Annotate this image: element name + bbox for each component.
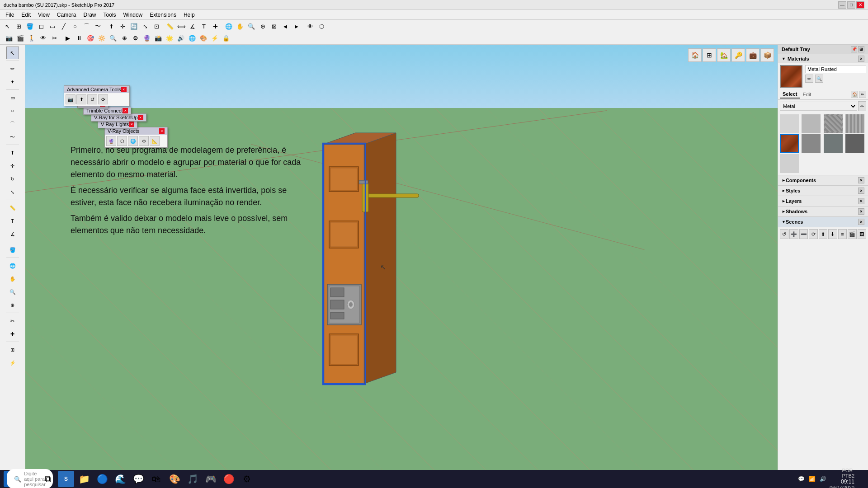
- acam-btn-4[interactable]: ⟳: [98, 94, 108, 104]
- menu-file[interactable]: File: [2, 11, 18, 19]
- scene-btn-video[interactable]: 🎬: [848, 229, 856, 239]
- lt-tape[interactable]: 📏: [6, 202, 19, 214]
- materials-section-title[interactable]: ▼ Materials ×: [778, 54, 868, 63]
- select-tab[interactable]: Select: [780, 90, 800, 99]
- layers-section-header[interactable]: ► Layers ×: [778, 196, 868, 206]
- scene-btn-remove[interactable]: ➖: [799, 229, 808, 239]
- tb-vray10[interactable]: 🌟: [164, 33, 175, 43]
- tb-hidden-geo[interactable]: 👁: [305, 21, 316, 32]
- mat-edit-btn[interactable]: ✏: [805, 75, 813, 83]
- swatch-6[interactable]: [802, 134, 821, 153]
- tb-move[interactable]: ✛: [117, 21, 128, 32]
- nav-case[interactable]: 💼: [746, 48, 760, 62]
- scene-btn-img[interactable]: 🖼: [858, 229, 866, 239]
- acam-btn-3[interactable]: ↺: [87, 94, 97, 104]
- menu-view[interactable]: View: [34, 11, 53, 19]
- tb-pushpull[interactable]: ⬆: [106, 21, 117, 32]
- styles-close[interactable]: ×: [858, 188, 864, 194]
- tb-vray7[interactable]: ⚙: [130, 33, 141, 43]
- minimize-button[interactable]: —: [838, 1, 846, 9]
- lt-move[interactable]: ✛: [6, 160, 19, 172]
- tb-vray12[interactable]: 🌐: [187, 33, 198, 43]
- taskbar-show-desktop[interactable]: [860, 471, 864, 487]
- lt-zoom[interactable]: 🔍: [6, 286, 19, 298]
- taskbar-edge[interactable]: 🌊: [112, 471, 128, 487]
- vray-lights-title[interactable]: V-Ray Lights ×: [98, 121, 137, 128]
- lt-axes[interactable]: ✚: [6, 328, 19, 340]
- taskbar-chrome[interactable]: 🔵: [94, 471, 110, 487]
- acam-btn-2[interactable]: ⬆: [76, 94, 86, 104]
- tb-select[interactable]: ↖: [2, 21, 13, 32]
- taskbar-app1[interactable]: 🎨: [166, 471, 183, 487]
- swatch-7[interactable]: [824, 134, 843, 153]
- tb-vray3[interactable]: 🎯: [85, 33, 96, 43]
- tray-pin[interactable]: 📌: [851, 46, 857, 52]
- tb-vray13[interactable]: 🎨: [198, 33, 209, 43]
- advanced-camera-title[interactable]: Advanced Camera Tools ×: [64, 86, 129, 93]
- mat-sample-btn[interactable]: 🔍: [815, 75, 823, 83]
- tb-scale[interactable]: ⤡: [140, 21, 151, 32]
- shadows-section-header[interactable]: ► Shadows ×: [778, 206, 868, 217]
- tb-protractor[interactable]: ∡: [187, 21, 198, 32]
- swatch-8[interactable]: [845, 134, 864, 153]
- swatch-1[interactable]: [780, 114, 799, 133]
- tb-prev[interactable]: ◄: [280, 21, 291, 32]
- menu-help[interactable]: Help: [180, 11, 198, 19]
- scenes-section-header[interactable]: ▼ Scenes ×: [778, 217, 868, 227]
- scene-btn-list[interactable]: ≡: [838, 229, 847, 239]
- taskbar-search[interactable]: 🔍 Digite aqui para pesquisar: [22, 471, 38, 487]
- tb-vray1[interactable]: ▶: [62, 33, 73, 43]
- lt-paint[interactable]: 🪣: [6, 244, 19, 256]
- acam-btn-1[interactable]: 📷: [66, 94, 75, 104]
- menu-extensions[interactable]: Extensions: [146, 11, 180, 19]
- tb-camera2[interactable]: 🎬: [15, 33, 26, 43]
- material-name-input[interactable]: [805, 65, 866, 73]
- tb-vray2[interactable]: ⏸: [74, 33, 85, 43]
- tb-text[interactable]: T: [198, 21, 209, 32]
- edit-tab[interactable]: Edit: [800, 91, 814, 98]
- menu-edit[interactable]: Edit: [18, 11, 34, 19]
- lt-circle[interactable]: ○: [6, 104, 19, 117]
- tb-eraser[interactable]: ◻: [36, 21, 47, 32]
- lt-eraser[interactable]: ✦: [6, 75, 19, 88]
- styles-section-header[interactable]: ► Styles ×: [778, 186, 868, 196]
- materials-close[interactable]: ×: [858, 56, 864, 62]
- taskbar-files[interactable]: 📁: [76, 471, 92, 487]
- tb-vray15[interactable]: 🔒: [221, 33, 231, 43]
- lt-arc[interactable]: ⌒: [6, 117, 19, 130]
- menu-tools[interactable]: Tools: [100, 11, 120, 19]
- layers-close[interactable]: ×: [858, 198, 864, 204]
- lt-text[interactable]: T: [6, 215, 19, 227]
- tb-pan[interactable]: ✋: [235, 21, 245, 32]
- vray-sketchup-title[interactable]: V-Ray for SketchUp ×: [91, 114, 146, 121]
- tb-vray6[interactable]: ⊕: [119, 33, 130, 43]
- scene-btn-refresh[interactable]: ↺: [780, 229, 788, 239]
- close-button[interactable]: ✕: [856, 1, 864, 9]
- lt-select[interactable]: ↖: [6, 47, 19, 59]
- tb-look[interactable]: 👁: [38, 33, 48, 43]
- swatch-5[interactable]: [780, 134, 799, 153]
- taskbar-notifications[interactable]: 💬: [797, 471, 806, 487]
- lt-dynamic[interactable]: ⚡: [6, 357, 19, 369]
- tb-vray8[interactable]: 🔮: [142, 33, 152, 43]
- components-close[interactable]: ×: [858, 177, 864, 183]
- taskbar-teams[interactable]: 💬: [130, 471, 146, 487]
- nav-home[interactable]: 🏠: [688, 48, 702, 62]
- scene-btn-up[interactable]: ⬆: [819, 229, 827, 239]
- tb-section[interactable]: ✂: [49, 33, 60, 43]
- swatch-2[interactable]: [802, 114, 821, 133]
- nav-key[interactable]: 🔑: [731, 48, 745, 62]
- scene-btn-update[interactable]: ⟳: [809, 229, 817, 239]
- nav-house[interactable]: 🏡: [717, 48, 731, 62]
- tb-zoomwin[interactable]: ⊠: [269, 21, 279, 32]
- vray-sketchup-close[interactable]: ×: [138, 115, 143, 120]
- mat-filter-btn[interactable]: ✏: [858, 101, 866, 111]
- tb-zoom[interactable]: 🔍: [246, 21, 257, 32]
- lt-freehand[interactable]: 〜: [6, 131, 19, 143]
- swatch-4[interactable]: [845, 114, 864, 133]
- taskbar-app3[interactable]: 🎮: [203, 471, 219, 487]
- vray-objects-close[interactable]: ×: [159, 128, 165, 134]
- vobj-btn-3[interactable]: 🌐: [128, 136, 138, 146]
- taskbar-app4[interactable]: 🔴: [221, 471, 237, 487]
- swatch-9[interactable]: [780, 154, 799, 173]
